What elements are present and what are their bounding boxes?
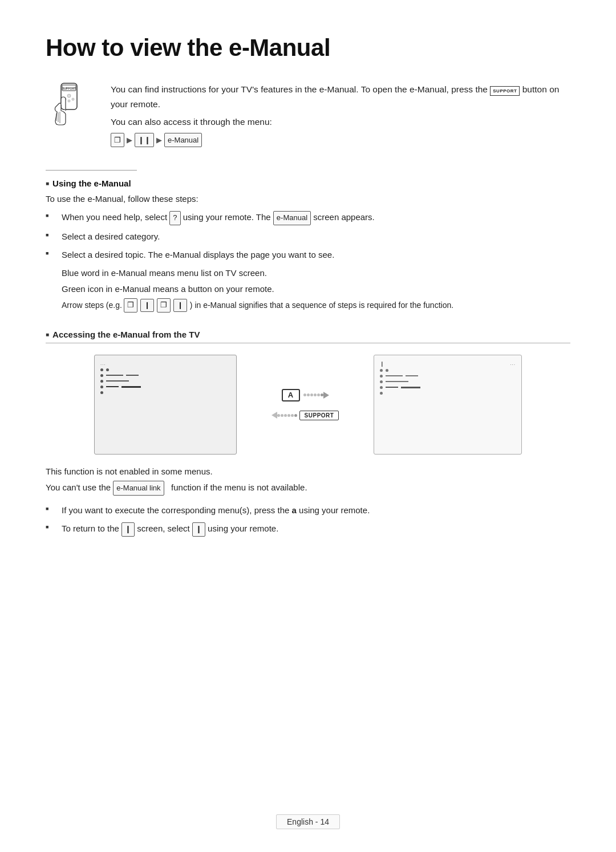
section2-step1-text: If you want to execute the corresponding… — [62, 504, 370, 517]
return-box: ❙ — [192, 522, 205, 537]
intro-section: SUPPORT You can find instructions for yo… — [46, 82, 570, 147]
section2-step2: To return to the ❙ screen, select ❙ usin… — [46, 522, 570, 537]
svg-point-3 — [67, 94, 71, 98]
note-text-2: You can't use the e-Manual link function… — [46, 481, 570, 495]
support-button-label: SUPPORT — [490, 86, 520, 96]
page-footer: English - 14 — [0, 814, 616, 829]
tv-row1 — [100, 368, 230, 371]
arrow-example2: ❙ — [140, 299, 154, 312]
support-button-diagram: SUPPORT — [299, 411, 339, 420]
section1-heading: Using the e-Manual — [46, 178, 570, 188]
tv-screen-left: ... — [94, 355, 237, 455]
tv-right-title-area: ❙ ... — [380, 361, 516, 367]
arrow-example3: ❐ — [157, 298, 171, 313]
arrow-forward: A — [282, 389, 329, 401]
section1: Using the e-Manual To use the e-Manual, … — [46, 170, 570, 313]
section1-divider — [46, 170, 137, 171]
step-3-text: Select a desired topic. The e-Manual dis… — [62, 248, 570, 262]
arrow-example1: ❐ — [124, 298, 137, 313]
section2-heading-wrap: Accessing the e-Manual from the TV — [46, 330, 570, 343]
a-button: A — [282, 389, 300, 401]
dots-backward — [277, 414, 297, 417]
tv-title-left: ... — [100, 361, 230, 366]
section2-notes: This function is not enabled in some men… — [46, 465, 570, 496]
tv-right-row4 — [380, 386, 516, 389]
intro-text-1: You can find instructions for your TV's … — [111, 82, 570, 111]
section2-step1: If you want to execute the corresponding… — [46, 504, 570, 517]
note-text-1: This function is not enabled in some men… — [46, 465, 570, 479]
tv-row4 — [100, 386, 230, 388]
tv-right-dots: ... — [510, 361, 516, 367]
step-1-bullet — [46, 210, 62, 220]
diagram-area: ... — [46, 355, 570, 455]
steps-intro: To use the e-Manual, follow these steps: — [46, 194, 570, 204]
note-blue: Blue word in e-Manual means menu list on… — [62, 266, 570, 280]
step-3: Select a desired topic. The e-Manual dis… — [46, 248, 570, 262]
tv-right-row5 — [380, 392, 516, 395]
svg-point-4 — [68, 100, 70, 102]
note-arrows: Arrow steps (e.g. ❐ ❙ ❐ ❙ ) in e-Manual … — [62, 298, 570, 313]
page-number: English - 14 — [276, 814, 340, 829]
arrow-right-head — [323, 392, 329, 399]
previous-screen-box: ❙ — [121, 522, 135, 537]
step-3-bullet — [46, 248, 62, 257]
section2-heading-text: Accessing the e-Manual from the TV — [52, 330, 200, 339]
step-1-text: When you need help, select ? using your … — [62, 210, 570, 225]
section2-heading: Accessing the e-Manual from the TV — [46, 330, 570, 343]
intro-text-2: You can also access it through the menu: — [111, 115, 570, 129]
tv-row3 — [100, 380, 230, 383]
linked-function-box: e-Manual link — [113, 481, 164, 495]
tv-right-row1 — [380, 369, 516, 372]
section2: Accessing the e-Manual from the TV ... — [46, 330, 570, 537]
menu-arrow1: ▶ — [127, 134, 132, 146]
tv-row5 — [100, 391, 230, 394]
tv-right-label: ❙ — [380, 361, 384, 367]
step-2: Select a desired category. — [46, 230, 570, 244]
menu-arrow2: ▶ — [156, 134, 162, 146]
intro-text: You can find instructions for your TV's … — [111, 82, 570, 147]
help-button: ? — [169, 211, 180, 225]
tv-right-row2 — [380, 375, 516, 378]
menu-path-item1: ❐ — [111, 133, 124, 147]
page-title: How to view the e-Manual — [46, 34, 570, 62]
svg-point-6 — [72, 98, 74, 100]
section2-step1-bullet — [46, 504, 62, 513]
section2-step2-text: To return to the ❙ screen, select ❙ usin… — [62, 522, 278, 537]
emanual-screen: e-Manual — [273, 211, 311, 225]
dots-forward — [303, 393, 323, 396]
arrow-left-head — [271, 412, 277, 419]
tv-right-row3 — [380, 380, 516, 383]
arrow-animation-area: A — [248, 389, 362, 420]
arrow-backward: SUPPORT — [271, 411, 339, 420]
note-green: Green icon in e-Manual means a button on… — [62, 282, 570, 296]
section2-step2-bullet — [46, 522, 62, 531]
menu-path-item3: e-Manual — [164, 133, 202, 147]
remote-illustration: SUPPORT — [46, 82, 97, 133]
step-1: When you need help, select ? using your … — [46, 210, 570, 225]
tv-row2 — [100, 374, 230, 377]
arrow-example4: ❙ — [173, 299, 187, 312]
menu-path: ❐ ▶ ❙❙ ▶ e-Manual — [111, 133, 570, 147]
tv-screen-right: ❙ ... — [374, 355, 522, 455]
step-2-bullet — [46, 230, 62, 239]
svg-text:SUPPORT: SUPPORT — [62, 87, 76, 90]
menu-path-item2: ❙❙ — [135, 133, 154, 147]
page-wrapper: How to view the e-Manual SUPPORT — [0, 0, 616, 587]
step-2-text: Select a desired category. — [62, 230, 570, 244]
